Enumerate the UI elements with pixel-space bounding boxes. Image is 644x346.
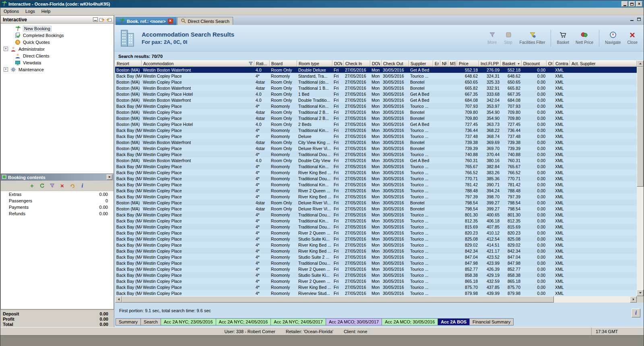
column-header-dow[interactable]: DOW [332,60,344,67]
column-header-ms[interactable]: MS [448,60,457,67]
collapse-panel-icon[interactable] [93,17,98,22]
column-header-incl-fl-pp[interactable]: Incl.Fl.PP [479,60,501,67]
column-header-dow[interactable]: DOW [370,60,382,67]
close-button[interactable]: Close [624,31,640,46]
result-row[interactable]: Back Bay (MA)Westin Copley Place4*Roomon… [115,151,637,157]
result-row[interactable]: Back Bay (MA)Westin Copley Place4*Roomon… [115,181,637,187]
vertical-scrollbar[interactable] [637,60,644,296]
horizontal-scrollbar[interactable] [115,296,637,303]
minimize-view-icon[interactable] [629,17,634,22]
sidebar-item-maintenance[interactable]: +Maintenance [1,66,114,73]
result-row[interactable]: Boston (MA)Westin Boston Waterfront4.0Ro… [115,157,637,163]
undo-button[interactable] [69,183,76,189]
bottom-tab-acc-2a-mco-30-05-2016[interactable]: Acc 2A MCO; 30/05/2016 [382,318,438,325]
result-row[interactable]: Back Bay (MA)Westin Copley Place4*Roomon… [115,230,637,236]
maximize-button[interactable] [629,1,635,7]
column-header-act-supplier[interactable]: Act. Supplier [570,60,637,67]
column-header-basket[interactable]: Basket▼ [501,60,522,67]
scroll-up-icon[interactable] [637,60,644,67]
float-panel-icon[interactable] [99,17,105,22]
column-header-price[interactable]: Price [457,60,479,67]
horizontal-scroll-thumb[interactable] [122,296,554,303]
result-row[interactable]: Boston (MA)Westin Copley Place4starRoom … [115,79,637,85]
result-row[interactable]: Back Bay (MA)Westin Copley Place4*Roomon… [115,260,637,266]
navigate-button[interactable]: Navigate [602,30,623,46]
result-row[interactable]: Boston (MA)Westin Boston Waterfront4star… [115,139,637,145]
tab-direct-clients-search[interactable]: Direct Clients Search [177,17,233,25]
result-row[interactable]: Boston (MA)Westin Copley Place4starRoom … [115,200,637,206]
column-header-room-type[interactable]: Room type [297,60,332,67]
tab-book-ref-none[interactable]: Book. ref.: <none>× [116,17,177,25]
bottom-tab-acc-2a-mco-30-05-2017[interactable]: Acc 2A MCO; 30/05/2017 [326,318,382,325]
sidebar-item-viewdata[interactable]: Viewdata [1,59,114,66]
result-row[interactable]: Boston (MA)Westin Copley Place4starRoom … [115,206,637,212]
dock-panel-icon[interactable] [106,17,111,22]
result-row[interactable]: Back Bay (MA)Westin Copley Place4*Roomon… [115,133,637,139]
booking-contents-row[interactable]: Payments0.00 [1,204,114,210]
column-header-check-in[interactable]: Check In [344,60,370,67]
bottom-tab-financial-summary[interactable]: Financial Summary [470,318,514,325]
expand-icon[interactable]: + [4,47,8,51]
booking-contents-row[interactable]: Refunds0.00 [1,210,114,217]
result-row[interactable]: Back Bay (MA)Westin Copley Place4*Roomon… [115,272,637,278]
result-row[interactable]: Back Bay (MA)Westin Copley Place4*Roomon… [115,127,637,133]
column-header-rati[interactable]: Rati... [254,60,270,67]
result-row[interactable]: Back Bay (MA)Westin Copley Place4*Roomon… [115,194,637,200]
bottom-tab-summary[interactable]: Summary [116,318,141,325]
bottom-tab-acc-2a-nyc-24-05-2017[interactable]: Acc 2A NYC; 24/05/2017 [271,318,326,325]
result-row[interactable]: Back Bay (MA)Westin Copley Place4*Roomon… [115,284,637,290]
tab-close-icon[interactable]: × [168,19,173,24]
menu-logs[interactable]: Logs [22,8,38,14]
column-header-resort[interactable]: Resort [115,60,142,67]
column-filter-icon[interactable] [249,62,253,66]
booking-contents-close-icon[interactable]: × [107,175,112,180]
close-button[interactable]: × [636,1,642,7]
result-row[interactable]: Back Bay (MA)Westin Copley Place4*Roomon… [115,266,637,272]
horizontal-scroll-track[interactable] [122,296,630,303]
result-row[interactable]: Boston (MA)Westin Boston Waterfront4.0Ro… [115,67,637,73]
menu-help[interactable]: Help [38,8,54,14]
result-row[interactable]: Back Bay (MA)Westin Copley Place4*Roomon… [115,212,637,218]
refresh-button[interactable] [39,183,45,189]
sidebar-item-new-booking[interactable]: New Booking [1,25,114,32]
column-header-board[interactable]: Board [270,60,297,67]
result-row[interactable]: Back Bay (MA)Westin Copley Place4*Roomon… [115,242,637,248]
add-item-button[interactable]: + [29,183,35,189]
result-row[interactable]: Boston (MA)Westin Copley Place4starRoom … [115,145,637,151]
sidebar-item-completed-bookings[interactable]: Completed Bookings [1,32,114,39]
sidebar-item-quick-quotes[interactable]: Quick Quotes [1,39,114,45]
result-row[interactable]: Back Bay (MA)Westin Copley Place4*Roomon… [115,254,637,260]
result-row[interactable]: Back Bay (MA)Westin Copley Place4*Roomon… [115,187,637,194]
result-row[interactable]: Back Bay (MA)Westin Copley Place4*Roomon… [115,290,637,296]
bottom-tab-acc-2a-nyc-24-05-2016[interactable]: Acc 2A NYC; 24/05/2016 [216,318,271,325]
info-button-bottom[interactable]: i [632,309,640,317]
menu-options[interactable]: Options [0,8,22,14]
nett-price-button[interactable]: Nett Price [573,30,596,46]
result-row[interactable]: Back Bay (MA)Westin Copley Place4*Roomon… [115,73,637,79]
result-row[interactable]: Back Bay (MA)Westin Copley Place4*Roomon… [115,278,637,284]
booking-contents-row[interactable]: Passengers0 [1,198,114,204]
scroll-down-icon[interactable] [637,290,644,296]
result-row[interactable]: Back Bay (MA)Westin Copley Place4*Roomon… [115,248,637,254]
column-header-nr[interactable]: NR [440,60,448,67]
column-header-discount[interactable]: Discount [522,60,547,67]
bottom-tab-acc-2a-nyc-23-05-2016[interactable]: Acc 2A NYC; 23/05/2016 [161,318,216,325]
column-header-supplier[interactable]: Supplier [409,60,433,67]
basket-button[interactable]: Basket [554,30,572,46]
delete-button[interactable]: × [59,183,66,189]
result-row[interactable]: Boston (MA)Westin Copley Place4starRoom … [115,115,637,121]
facilities-filter-button[interactable]: Facilities Filter [517,31,548,46]
result-row[interactable]: Back Bay (MA)Westin Copley Place4*Roomon… [115,218,637,224]
result-row[interactable]: Back Bay (MA)Westin Copley Place4*Roomon… [115,175,637,181]
result-row[interactable]: Boston (MA)Westin Copley Place Hotel4.0R… [115,91,637,97]
filter-button[interactable] [49,183,56,189]
info-button[interactable]: i [79,183,86,189]
result-row[interactable]: Back Bay (MA)Westin Copley Place4*Roomon… [115,103,637,109]
vertical-scroll-track[interactable] [637,67,644,290]
expand-icon[interactable]: + [4,67,8,72]
column-header-er[interactable]: Er [433,60,440,67]
result-row[interactable]: Boston (MA)Westin Copley Place Hotel4.0R… [115,121,637,127]
column-header-accommodation[interactable]: Accommodation [142,60,254,67]
scroll-right-icon[interactable] [630,296,637,303]
result-row[interactable]: Boston (MA)Westin Copley Place4starRoom … [115,109,637,115]
